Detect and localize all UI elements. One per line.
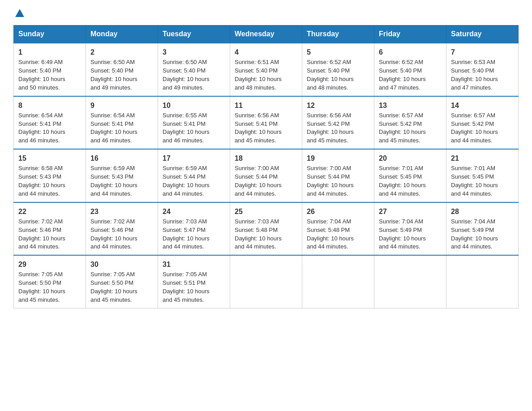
calendar-day-cell: 15Sunrise: 6:58 AMSunset: 5:43 PMDayligh… (14, 149, 86, 202)
header-monday: Monday (86, 26, 158, 43)
calendar-day-cell: 8Sunrise: 6:54 AMSunset: 5:41 PMDaylight… (14, 96, 86, 150)
calendar-day-cell: 20Sunrise: 7:01 AMSunset: 5:45 PMDayligh… (374, 149, 446, 202)
header-sunday: Sunday (14, 26, 86, 43)
calendar-day-cell: 29Sunrise: 7:05 AMSunset: 5:50 PMDayligh… (14, 255, 86, 308)
empty-cell (374, 255, 446, 308)
empty-cell (230, 255, 302, 308)
day-number: 18 (235, 153, 297, 163)
calendar-week-row: 1Sunrise: 6:49 AMSunset: 5:40 PMDaylight… (14, 43, 519, 96)
day-number: 6 (379, 47, 442, 57)
header-wednesday: Wednesday (230, 26, 302, 43)
calendar-day-cell: 31Sunrise: 7:05 AMSunset: 5:51 PMDayligh… (158, 255, 230, 308)
day-number: 25 (235, 206, 297, 217)
calendar-day-cell: 7Sunrise: 6:53 AMSunset: 5:40 PMDaylight… (446, 43, 519, 96)
calendar-week-row: 15Sunrise: 6:58 AMSunset: 5:43 PMDayligh… (14, 149, 519, 202)
logo-triangle-icon (15, 9, 24, 17)
calendar-day-cell: 9Sunrise: 6:54 AMSunset: 5:41 PMDaylight… (86, 96, 158, 150)
calendar-week-row: 22Sunrise: 7:02 AMSunset: 5:46 PMDayligh… (14, 202, 519, 256)
day-number: 10 (163, 100, 225, 111)
calendar-day-cell: 30Sunrise: 7:05 AMSunset: 5:50 PMDayligh… (86, 255, 158, 308)
day-number: 13 (379, 100, 442, 111)
calendar-day-cell: 13Sunrise: 6:57 AMSunset: 5:42 PMDayligh… (374, 96, 446, 150)
calendar-table: SundayMondayTuesdayWednesdayThursdayFrid… (13, 25, 519, 308)
header-friday: Friday (374, 26, 446, 43)
logo (13, 9, 24, 16)
header-saturday: Saturday (446, 26, 519, 43)
calendar-day-cell: 26Sunrise: 7:04 AMSunset: 5:48 PMDayligh… (302, 202, 374, 256)
day-number: 11 (235, 100, 297, 111)
day-number: 17 (163, 153, 225, 163)
day-number: 21 (451, 153, 514, 163)
calendar-day-cell: 3Sunrise: 6:50 AMSunset: 5:40 PMDaylight… (158, 43, 230, 96)
calendar-day-cell: 16Sunrise: 6:59 AMSunset: 5:43 PMDayligh… (86, 149, 158, 202)
day-number: 14 (451, 100, 514, 111)
day-number: 8 (18, 100, 81, 111)
calendar-day-cell: 4Sunrise: 6:51 AMSunset: 5:40 PMDaylight… (230, 43, 302, 96)
day-number: 26 (307, 206, 369, 217)
calendar-day-cell: 6Sunrise: 6:52 AMSunset: 5:40 PMDaylight… (374, 43, 446, 96)
calendar-day-cell: 5Sunrise: 6:52 AMSunset: 5:40 PMDaylight… (302, 43, 374, 96)
day-number: 9 (90, 100, 153, 111)
day-number: 19 (307, 153, 369, 163)
day-number: 3 (163, 47, 225, 57)
day-number: 22 (18, 206, 81, 217)
day-number: 4 (235, 47, 297, 57)
day-number: 7 (451, 47, 514, 57)
day-number: 1 (18, 47, 81, 57)
day-number: 15 (18, 153, 81, 163)
calendar-day-cell: 22Sunrise: 7:02 AMSunset: 5:46 PMDayligh… (14, 202, 86, 256)
day-number: 27 (379, 206, 442, 217)
calendar-day-cell: 23Sunrise: 7:02 AMSunset: 5:46 PMDayligh… (86, 202, 158, 256)
calendar-day-cell: 10Sunrise: 6:55 AMSunset: 5:41 PMDayligh… (158, 96, 230, 150)
day-number: 5 (307, 47, 369, 57)
calendar-day-cell: 1Sunrise: 6:49 AMSunset: 5:40 PMDaylight… (14, 43, 86, 96)
calendar-day-cell: 18Sunrise: 7:00 AMSunset: 5:44 PMDayligh… (230, 149, 302, 202)
day-number: 16 (90, 153, 153, 163)
empty-cell (446, 255, 519, 308)
empty-cell (302, 255, 374, 308)
calendar-day-cell: 28Sunrise: 7:04 AMSunset: 5:49 PMDayligh… (446, 202, 519, 256)
calendar-header-row: SundayMondayTuesdayWednesdayThursdayFrid… (14, 26, 519, 43)
calendar-day-cell: 11Sunrise: 6:56 AMSunset: 5:41 PMDayligh… (230, 96, 302, 150)
calendar-day-cell: 27Sunrise: 7:04 AMSunset: 5:49 PMDayligh… (374, 202, 446, 256)
calendar-day-cell: 19Sunrise: 7:00 AMSunset: 5:44 PMDayligh… (302, 149, 374, 202)
calendar-week-row: 8Sunrise: 6:54 AMSunset: 5:41 PMDaylight… (14, 96, 519, 150)
logo-text (13, 9, 24, 18)
day-number: 12 (307, 100, 369, 111)
header-thursday: Thursday (302, 26, 374, 43)
day-number: 20 (379, 153, 442, 163)
calendar-day-cell: 2Sunrise: 6:50 AMSunset: 5:40 PMDaylight… (86, 43, 158, 96)
calendar-day-cell: 24Sunrise: 7:03 AMSunset: 5:47 PMDayligh… (158, 202, 230, 256)
calendar-day-cell: 12Sunrise: 6:56 AMSunset: 5:42 PMDayligh… (302, 96, 374, 150)
day-number: 2 (90, 47, 153, 57)
day-number: 31 (163, 259, 225, 270)
header-tuesday: Tuesday (158, 26, 230, 43)
page-header (13, 9, 519, 16)
day-number: 23 (90, 206, 153, 217)
calendar-day-cell: 21Sunrise: 7:01 AMSunset: 5:45 PMDayligh… (446, 149, 519, 202)
calendar-day-cell: 14Sunrise: 6:57 AMSunset: 5:42 PMDayligh… (446, 96, 519, 150)
day-number: 28 (451, 206, 514, 217)
calendar-day-cell: 25Sunrise: 7:03 AMSunset: 5:48 PMDayligh… (230, 202, 302, 256)
day-number: 24 (163, 206, 225, 217)
calendar-day-cell: 17Sunrise: 6:59 AMSunset: 5:44 PMDayligh… (158, 149, 230, 202)
day-number: 29 (18, 259, 81, 270)
calendar-week-row: 29Sunrise: 7:05 AMSunset: 5:50 PMDayligh… (14, 255, 519, 308)
day-number: 30 (90, 259, 153, 270)
